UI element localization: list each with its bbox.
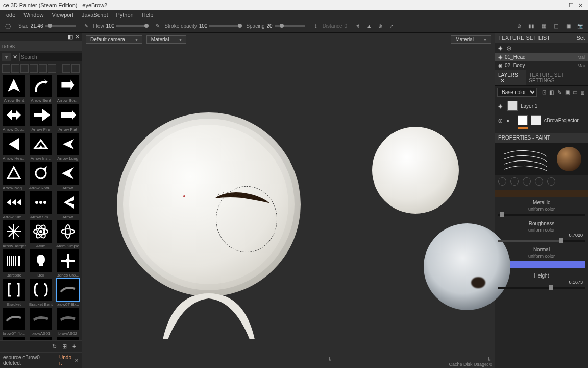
import-icon[interactable]: ⊞ (62, 343, 69, 350)
refresh-icon[interactable]: ↻ (52, 343, 59, 350)
pressure-size-icon[interactable]: ✎ (82, 21, 91, 31)
close-panel-icon[interactable]: ✕ (75, 34, 80, 40)
filter-texture-icon[interactable] (30, 64, 38, 73)
shelf-item[interactable]: Arrow Dou... (1, 104, 27, 132)
shelf-item[interactable]: Arrow Sm... (28, 191, 54, 219)
shelf-item[interactable]: Arrow Bor... (55, 75, 81, 103)
shelf-item[interactable]: browAS05 (28, 337, 54, 340)
opacity-slider[interactable] (209, 25, 240, 27)
filter-env-icon[interactable] (48, 64, 56, 73)
channel-dropdown-b[interactable]: Material ▾ (451, 35, 491, 44)
add-folder-icon[interactable]: ▭ (572, 88, 578, 97)
search-input[interactable] (19, 53, 87, 61)
shelf-item[interactable]: Arrow Flat (55, 104, 81, 132)
add-mask-icon[interactable]: ◧ (549, 88, 554, 97)
texture-set-item[interactable]: ◉ 01_Head Mai (495, 53, 588, 61)
menu-mode[interactable]: ode (2, 12, 19, 18)
main-viewport[interactable]: ┗ (82, 46, 336, 368)
camera-dropdown[interactable]: Default camera ▾ (86, 35, 142, 44)
tab-texture-settings[interactable]: TEXTURE SET SETTINGS (526, 70, 588, 85)
add-effect-icon[interactable]: ⊡ (541, 88, 547, 97)
close-icon[interactable]: ✕ (500, 78, 504, 83)
shelf-item[interactable]: brow0T-fib... (55, 279, 81, 307)
camera-icon[interactable]: 📷 (576, 21, 585, 31)
shelf-item[interactable]: Bracket (1, 279, 27, 307)
view-list-icon[interactable] (71, 64, 80, 73)
visibility-icon[interactable]: ◉ (498, 103, 504, 109)
visibility-icon[interactable]: ◉ (498, 54, 503, 60)
shelf-item[interactable]: Arrow Long (55, 133, 81, 161)
roughness-slider[interactable] (498, 240, 585, 242)
show-all-icon[interactable]: ◉ (498, 45, 503, 51)
shelf-tab[interactable]: ▾ (2, 53, 11, 61)
texture-set-item[interactable]: ◉ 02_Body Mai (495, 61, 588, 70)
channel-dropdown-a[interactable]: Material ▾ (146, 35, 187, 44)
filter-brush-icon[interactable] (39, 64, 47, 73)
channel-metal-icon[interactable] (535, 177, 543, 186)
hide-icon[interactable]: ⊘ (514, 21, 524, 31)
shelf-item[interactable]: Bones Cro... (55, 249, 81, 278)
clear-search-icon[interactable]: ✕ (13, 54, 17, 60)
spacing-slider[interactable] (275, 25, 305, 27)
hide-all-icon[interactable]: ◎ (507, 45, 511, 51)
visibility-icon[interactable]: ◉ (498, 63, 503, 68)
shelf-item[interactable]: brow0T-fib... (1, 308, 27, 336)
shelf-item[interactable]: Arrow (55, 191, 81, 219)
shelf-item[interactable]: browAS06 (55, 337, 81, 340)
pause-icon[interactable]: ▮▮ (527, 21, 536, 31)
globe-icon[interactable]: ⊕ (376, 21, 385, 31)
channel-color-icon[interactable] (498, 177, 506, 186)
menu-viewport[interactable]: Viewport (47, 12, 78, 18)
menu-javascript[interactable]: JavaScript (78, 12, 112, 18)
shelf-item[interactable]: browAS02 (55, 308, 81, 336)
normal-color-swatch[interactable] (498, 261, 585, 268)
channel-normal-icon[interactable] (547, 177, 555, 186)
maximize-button[interactable]: ☐ (567, 2, 576, 9)
pin-icon[interactable]: ◧ (68, 34, 73, 40)
view-grid-icon[interactable] (62, 64, 70, 73)
shelf-item[interactable]: Arrow Bent (28, 75, 54, 103)
shelf-item[interactable]: Arrow Target (1, 220, 27, 248)
menu-python[interactable]: Python (112, 12, 137, 18)
add-fill-icon[interactable]: ▣ (565, 88, 570, 97)
display-icon[interactable]: ◫ (551, 21, 560, 31)
tab-layers[interactable]: LAYERS ✕ (495, 70, 526, 85)
anchor-icon[interactable]: ⟟ (311, 21, 321, 31)
filter-material-icon[interactable] (2, 64, 10, 73)
undo-link[interactable]: Undo it (59, 355, 75, 366)
blend-mode-select[interactable]: Base color (497, 88, 537, 97)
shelf-item[interactable]: Arrow Sim... (1, 191, 27, 219)
expand-icon[interactable]: ⤢ (387, 21, 396, 31)
shelf-item[interactable]: Arrow Hea... (1, 133, 27, 161)
filter-smart-icon[interactable] (11, 64, 19, 73)
flow-slider[interactable] (116, 25, 147, 27)
minimize-button[interactable]: — (557, 2, 567, 8)
status-close-icon[interactable]: ✕ (75, 358, 79, 363)
menu-window[interactable]: Window (19, 12, 47, 18)
menu-help[interactable]: Help (138, 12, 158, 18)
height-slider[interactable] (498, 287, 585, 289)
shelf-item[interactable]: Arrow Bent (1, 75, 27, 103)
settings-link[interactable]: Set (576, 35, 585, 41)
shelf-item[interactable]: Bell (28, 249, 54, 278)
shelf-item[interactable]: Arrow (55, 162, 81, 190)
pressure-flow-icon[interactable]: ✎ (153, 21, 162, 31)
channel-rough-icon[interactable] (523, 177, 531, 186)
shelf-item[interactable]: Arrow Neg... (1, 162, 27, 190)
close-button[interactable]: ✕ (576, 2, 585, 9)
channel-height-icon[interactable] (510, 177, 519, 186)
vr-icon[interactable]: ▣ (564, 21, 573, 31)
shelf-item[interactable]: browAS01 (28, 308, 54, 336)
lasso-icon[interactable]: ◯ (3, 21, 12, 31)
shelf-item[interactable]: Bracket Bent (28, 279, 54, 307)
layer-row[interactable]: ◉ Layer 1 (495, 99, 588, 113)
shelf-item[interactable]: browAS04 (1, 337, 27, 340)
add-icon[interactable]: + (72, 343, 80, 350)
shelf-item[interactable]: Atom Simple (55, 220, 81, 248)
delete-layer-icon[interactable]: 🗑 (580, 88, 586, 97)
secondary-viewport[interactable]: ┗ (336, 46, 495, 368)
shelf-item[interactable]: Atom (28, 220, 54, 248)
shelf-item[interactable]: Arrow Ins... (28, 133, 54, 161)
add-layer-icon[interactable]: ✎ (557, 88, 562, 97)
base-color-swatch[interactable] (495, 190, 588, 197)
